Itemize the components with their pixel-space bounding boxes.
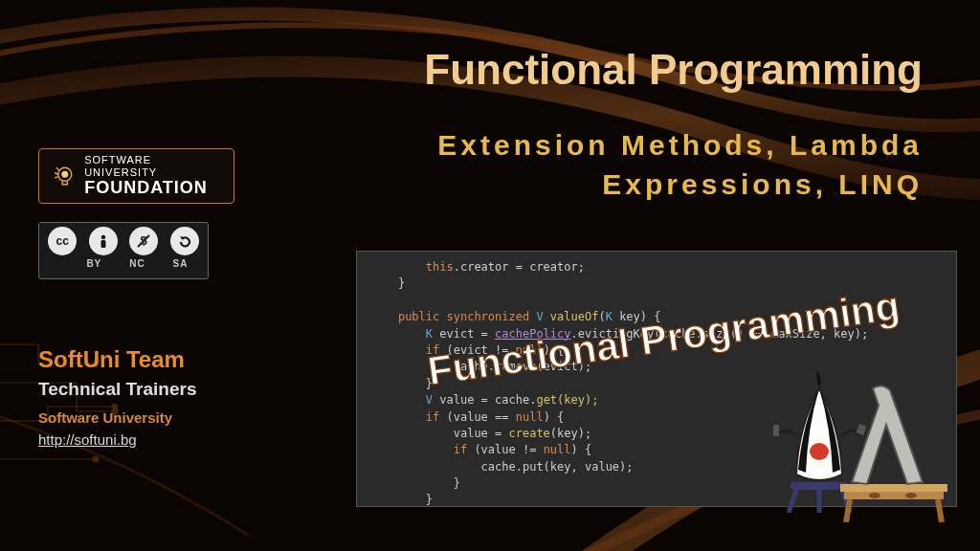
svg-rect-15 [773,425,779,436]
svg-point-21 [869,493,880,498]
svg-point-6 [100,235,105,240]
team-block: SoftUni Team Technical Trainers Software… [38,346,196,449]
team-name: SoftUni Team [38,346,196,373]
cc-icon: cc [48,227,77,255]
svg-point-5 [61,171,68,178]
team-link[interactable]: http://softuni.bg [38,431,137,448]
svg-point-14 [810,443,829,460]
foundation-badge: SOFTWARE UNIVERSITY FOUNDATION [38,148,234,204]
svg-rect-7 [100,240,105,248]
by-icon [89,227,118,255]
team-org: Software University [38,409,196,426]
cc-labels: BYNCSA [45,258,202,269]
nc-icon: $ [129,227,158,255]
foundation-text: SOFTWARE UNIVERSITY FOUNDATION [84,154,224,198]
slide-subtitle: Extension Methods, Lambda Expressions, L… [354,126,923,204]
foundation-line2: FOUNDATION [84,178,224,198]
cc-license-badge: cc $ BYNCSA [38,222,209,279]
sa-icon [170,227,199,255]
team-role: Technical Trainers [38,379,196,400]
svg-point-22 [905,493,917,498]
slide-title: Functional Programming [354,46,923,94]
svg-line-19 [846,499,850,522]
lightbulb-icon [49,162,77,190]
svg-line-11 [789,490,796,513]
foundation-line1: SOFTWARE UNIVERSITY [84,154,224,178]
lambda-statue [836,369,951,522]
svg-rect-18 [840,484,947,492]
svg-line-20 [938,499,942,522]
